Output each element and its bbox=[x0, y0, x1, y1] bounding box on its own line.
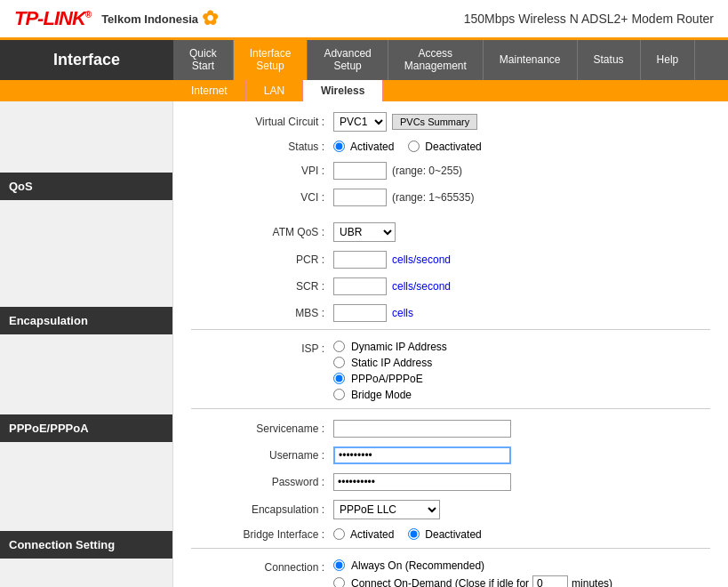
encapsulation-select[interactable]: PPPoE LLC PPPoA VC-Mux PPPoE VC-Mux PPPo… bbox=[333, 500, 440, 519]
isp-dynamic-ip-radio[interactable] bbox=[333, 341, 345, 352]
password-row: Password : bbox=[191, 471, 710, 493]
encapsulation-control: PPPoE LLC PPPoA VC-Mux PPPoE VC-Mux PPPo… bbox=[333, 500, 710, 519]
bridge-activated-radio[interactable] bbox=[333, 528, 345, 540]
username-label: Username : bbox=[191, 449, 333, 462]
connection-on-demand-text: Connect On-Demand (Close if idle for bbox=[351, 577, 529, 587]
content: Virtual Circuit : PVC1 PVC2 PVC3 PVCs Su… bbox=[173, 101, 728, 587]
status-activated-text: Activated bbox=[350, 141, 394, 153]
pcr-unit: cells/second bbox=[392, 253, 451, 266]
virtual-circuit-control: PVC1 PVC2 PVC3 PVCs Summary bbox=[333, 112, 710, 132]
header: TP-LINK® Telkom Indonesia ✿ 150Mbps Wire… bbox=[0, 0, 728, 40]
mbs-label: MBS : bbox=[191, 307, 333, 319]
isp-bridge-mode-radio[interactable] bbox=[333, 389, 345, 400]
isp-row: ISP : Dynamic IP Address Static IP Addre… bbox=[191, 339, 710, 403]
virtual-circuit-select[interactable]: PVC1 PVC2 PVC3 bbox=[333, 112, 387, 132]
bridge-activated-label[interactable]: Activated bbox=[333, 528, 394, 541]
connection-always-on-radio[interactable] bbox=[333, 559, 345, 571]
isp-bridge-mode-text: Bridge Mode bbox=[351, 389, 412, 401]
sub-nav-internet[interactable]: Internet bbox=[173, 80, 246, 101]
isp-bridge-mode-label[interactable]: Bridge Mode bbox=[333, 389, 447, 401]
password-input[interactable] bbox=[333, 473, 511, 491]
nav-item-help[interactable]: Help bbox=[641, 40, 696, 80]
connection-always-on-label[interactable]: Always On (Recommended) bbox=[333, 559, 612, 572]
vpi-row: VPI : 8 (range: 0~255) bbox=[191, 160, 710, 181]
nav-item-advanced-setup[interactable]: Advanced Setup bbox=[308, 40, 388, 80]
idle-minutes-input[interactable] bbox=[532, 575, 568, 587]
nav-item-interface-setup[interactable]: Interface Setup bbox=[234, 40, 308, 80]
encapsulation-divider bbox=[191, 329, 710, 330]
isp-static-ip-text: Static IP Address bbox=[351, 357, 432, 369]
username-input[interactable] bbox=[333, 446, 511, 464]
connection-label: Connection : bbox=[191, 559, 333, 574]
connection-radio-group: Always On (Recommended) Connect On-Deman… bbox=[333, 559, 612, 587]
pppoe-divider bbox=[191, 408, 710, 409]
password-control bbox=[333, 473, 710, 491]
encapsulation-row: Encapsulation : PPPoE LLC PPPoA VC-Mux P… bbox=[191, 498, 710, 521]
scr-input[interactable]: 0 bbox=[333, 277, 387, 295]
atm-qos-select[interactable]: UBR CBR VBR bbox=[333, 222, 396, 242]
main-layout: QoS Encapsulation PPPoE/PPPoA Connection… bbox=[0, 101, 728, 587]
connection-divider bbox=[191, 548, 710, 549]
vpi-label: VPI : bbox=[191, 165, 333, 177]
scr-control: 0 cells/second bbox=[333, 277, 710, 295]
encapsulation-label: Encapsulation : bbox=[191, 503, 333, 516]
isp-static-ip-label[interactable]: Static IP Address bbox=[333, 357, 447, 369]
servicename-input[interactable] bbox=[333, 420, 511, 438]
virtual-circuit-row: Virtual Circuit : PVC1 PVC2 PVC3 PVCs Su… bbox=[191, 110, 710, 133]
username-row: Username : bbox=[191, 445, 710, 466]
bridge-interface-label: Bridge Interface : bbox=[191, 528, 333, 541]
status-row: Status : Activated Deactivated bbox=[191, 139, 710, 155]
status-activated-radio[interactable] bbox=[333, 141, 345, 152]
sub-nav-wireless[interactable]: Wireless bbox=[303, 80, 383, 101]
status-activated-label[interactable]: Activated bbox=[333, 141, 394, 153]
vci-input[interactable]: 81 bbox=[333, 189, 387, 206]
logo-area: TP-LINK® Telkom Indonesia ✿ bbox=[14, 7, 218, 30]
nav-item-quick-start[interactable]: Quick Start bbox=[173, 40, 234, 80]
isp-static-ip-radio[interactable] bbox=[333, 357, 345, 368]
pcr-input[interactable]: 0 bbox=[333, 251, 387, 269]
mbs-unit: cells bbox=[392, 307, 413, 319]
isp-pppoa-pppoe-label[interactable]: PPPoA/PPPoE bbox=[333, 373, 447, 385]
nav-item-access-management[interactable]: Access Management bbox=[388, 40, 484, 80]
vpi-input[interactable]: 8 bbox=[333, 162, 387, 180]
isp-dynamic-ip-text: Dynamic IP Address bbox=[351, 341, 447, 353]
status-deactivated-radio[interactable] bbox=[408, 141, 420, 152]
isp-control: Dynamic IP Address Static IP Address PPP… bbox=[333, 341, 710, 401]
vci-row: VCI : 81 (range: 1~65535) bbox=[191, 187, 710, 208]
mbs-control: 0 cells bbox=[333, 304, 710, 322]
sub-nav: Internet LAN Wireless bbox=[0, 80, 728, 101]
nav-item-maintenance[interactable]: Maintenance bbox=[484, 40, 578, 80]
servicename-control bbox=[333, 420, 710, 438]
connection-row: Connection : Always On (Recommended) Con… bbox=[191, 558, 710, 587]
bridge-deactivated-label[interactable]: Deactivated bbox=[408, 528, 481, 541]
status-label: Status : bbox=[191, 141, 333, 153]
vpi-range: (range: 0~255) bbox=[392, 165, 462, 177]
isp-dynamic-ip-label[interactable]: Dynamic IP Address bbox=[333, 341, 447, 353]
pcr-label: PCR : bbox=[191, 253, 333, 266]
telkom-text: Telkom Indonesia bbox=[101, 12, 198, 26]
sidebar-section-pppoe-pppoa: PPPoE/PPPoA bbox=[0, 414, 172, 442]
mbs-row: MBS : 0 cells bbox=[191, 302, 710, 324]
atm-qos-label: ATM QoS : bbox=[191, 226, 333, 238]
sidebar-section-encapsulation: Encapsulation bbox=[0, 307, 172, 334]
isp-pppoa-pppoe-radio[interactable] bbox=[333, 373, 345, 384]
idle-minutes-unit: minutes) bbox=[572, 577, 612, 587]
bridge-deactivated-radio[interactable] bbox=[408, 528, 420, 540]
connection-on-demand-radio[interactable] bbox=[333, 577, 345, 587]
pvcs-summary-button[interactable]: PVCs Summary bbox=[392, 114, 477, 130]
scr-unit: cells/second bbox=[392, 280, 451, 293]
connection-on-demand-label[interactable]: Connect On-Demand (Close if idle for min… bbox=[333, 575, 612, 587]
nav-sidebar-label: Interface bbox=[0, 40, 173, 80]
status-deactivated-label[interactable]: Deactivated bbox=[408, 141, 481, 153]
isp-label: ISP : bbox=[191, 341, 333, 355]
bridge-interface-control: Activated Deactivated bbox=[333, 528, 710, 541]
sub-nav-lan[interactable]: LAN bbox=[246, 80, 303, 101]
scr-row: SCR : 0 cells/second bbox=[191, 276, 710, 297]
nav-item-status[interactable]: Status bbox=[578, 40, 641, 80]
status-deactivated-text: Deactivated bbox=[425, 141, 481, 153]
connection-always-on-text: Always On (Recommended) bbox=[351, 559, 484, 572]
mbs-input[interactable]: 0 bbox=[333, 304, 387, 322]
username-control bbox=[333, 446, 710, 464]
device-title: 150Mbps Wireless N ADSL2+ Modem Router bbox=[464, 12, 714, 26]
vci-label: VCI : bbox=[191, 191, 333, 204]
